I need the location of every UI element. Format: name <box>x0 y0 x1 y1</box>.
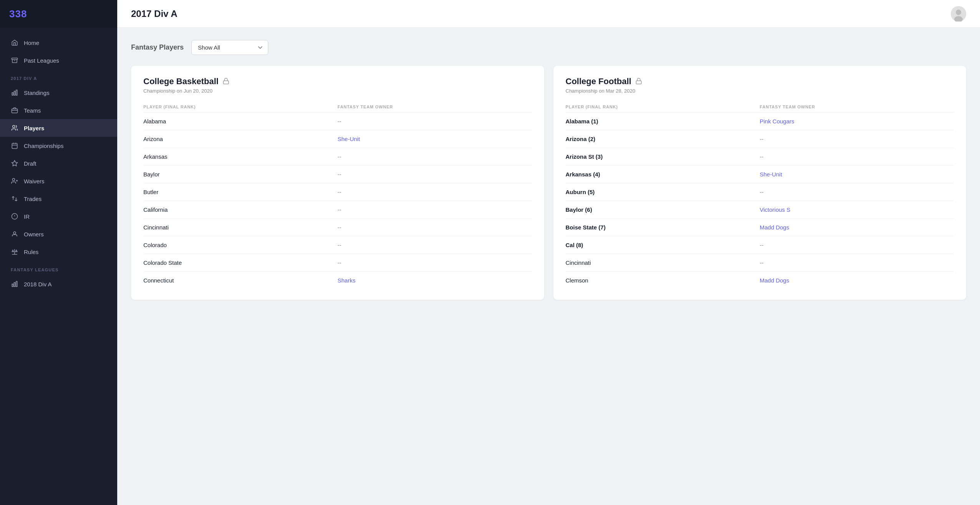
topbar: 2017 Div A <box>117 0 980 28</box>
player-name: California <box>143 206 337 213</box>
sidebar: 338 Home Past Leagues 2017 DIV A Standin… <box>0 0 117 505</box>
show-all-select[interactable]: Show All Owned Available <box>191 40 268 55</box>
fantasy-owner: -- <box>337 259 532 266</box>
sidebar-section-2017: 2017 DIV A <box>0 69 117 84</box>
player-name: Arkansas (4) <box>566 171 760 178</box>
fantasy-owner: -- <box>337 171 532 178</box>
table-header-football: PLAYER (FINAL RANK) FANTASY TEAM OWNER <box>566 101 954 113</box>
sidebar-item-players[interactable]: Players <box>0 119 117 137</box>
sidebar-item-draft[interactable]: Draft <box>0 154 117 172</box>
player-name: Alabama <box>143 118 337 125</box>
bar-chart-icon <box>11 89 18 96</box>
fantasy-owner-linked[interactable]: She-Unit <box>760 171 954 178</box>
player-name: Arkansas <box>143 153 337 160</box>
fantasy-owner: -- <box>337 118 532 125</box>
col-owner-football: FANTASY TEAM OWNER <box>760 105 954 109</box>
sidebar-item-championships[interactable]: Championships <box>0 137 117 154</box>
sidebar-item-teams[interactable]: Teams <box>0 101 117 119</box>
player-name: Cincinnati <box>143 224 337 231</box>
svg-rect-21 <box>12 284 13 287</box>
sidebar-2018-div-a-label: 2018 Div A <box>24 281 52 287</box>
fantasy-owner-linked[interactable]: Victorious S <box>760 206 954 213</box>
fantasy-owner-linked[interactable]: Sharks <box>337 277 532 284</box>
fantasy-owner: -- <box>760 242 954 248</box>
user-plus-icon <box>11 177 18 185</box>
sidebar-home-label: Home <box>24 40 39 46</box>
fantasy-owner: -- <box>337 153 532 160</box>
sidebar-item-past-leagues[interactable]: Past Leagues <box>0 51 117 69</box>
player-name: Butler <box>143 189 337 195</box>
player-name: Clemson <box>566 277 760 284</box>
user-avatar[interactable] <box>951 6 966 22</box>
sidebar-item-2018-div-a[interactable]: 2018 Div A <box>0 275 117 293</box>
star-icon <box>11 159 18 167</box>
player-name: Baylor <box>143 171 337 178</box>
player-name: Arizona (2) <box>566 136 760 142</box>
table-body-basketball: Alabama-- ArizonaShe-Unit Arkansas-- Bay… <box>143 113 532 289</box>
sidebar-item-home[interactable]: Home <box>0 34 117 51</box>
svg-rect-3 <box>16 90 17 95</box>
sidebar-item-owners[interactable]: Owners <box>0 225 117 243</box>
table-row: Cincinnati-- <box>566 254 954 272</box>
sidebar-item-waivers[interactable]: Waivers <box>0 172 117 190</box>
svg-point-6 <box>13 125 15 128</box>
svg-rect-4 <box>12 109 18 113</box>
svg-rect-1 <box>12 93 13 95</box>
sidebar-ir-label: IR <box>24 213 30 220</box>
fantasy-owner-linked[interactable]: She-Unit <box>337 136 532 142</box>
sidebar-standings-label: Standings <box>24 90 50 96</box>
player-name: Auburn (5) <box>566 189 760 195</box>
filter-row: Fantasy Players Show All Owned Available <box>131 40 966 55</box>
player-name: Arizona <box>143 136 337 142</box>
sidebar-teams-label: Teams <box>24 107 41 114</box>
table-row: Baylor-- <box>143 166 532 183</box>
sidebar-waivers-label: Waivers <box>24 178 45 184</box>
page-title: 2017 Div A <box>131 8 178 19</box>
fantasy-owner: -- <box>337 224 532 231</box>
player-name: Baylor (6) <box>566 206 760 213</box>
player-name: Connecticut <box>143 277 337 284</box>
table-row: Arkansas (4)She-Unit <box>566 166 954 183</box>
svg-rect-23 <box>16 281 17 287</box>
table-row: ArizonaShe-Unit <box>143 130 532 148</box>
sidebar-trades-label: Trades <box>24 196 42 202</box>
fantasy-owner: -- <box>337 189 532 195</box>
table-row: Cincinnati-- <box>143 219 532 236</box>
card-title-row-basketball: College Basketball <box>143 76 532 86</box>
sidebar-draft-label: Draft <box>24 160 37 167</box>
svg-rect-7 <box>12 143 17 149</box>
lock-icon-basketball <box>223 78 230 85</box>
sidebar-item-standings[interactable]: Standings <box>0 84 117 101</box>
table-row: Butler-- <box>143 183 532 201</box>
svg-rect-0 <box>12 58 18 60</box>
logo-text: 338 <box>9 8 27 20</box>
card-title-football: College Football <box>566 76 631 86</box>
sidebar-item-rules[interactable]: Rules <box>0 243 117 261</box>
home-icon <box>11 39 18 47</box>
card-title-row-football: College Football <box>566 76 954 86</box>
table-row: Colorado-- <box>143 236 532 254</box>
sidebar-past-leagues-label: Past Leagues <box>24 57 59 64</box>
fantasy-owner: -- <box>337 206 532 213</box>
col-player-basketball: PLAYER (FINAL RANK) <box>143 105 337 109</box>
content-area: Fantasy Players Show All Owned Available… <box>117 28 980 505</box>
table-row: ConnecticutSharks <box>143 272 532 289</box>
card-header-football: College Football Championship on Mar 28,… <box>566 76 954 94</box>
sidebar-item-ir[interactable]: IR <box>0 208 117 225</box>
sidebar-item-trades[interactable]: Trades <box>0 190 117 208</box>
player-name: Boise State (7) <box>566 224 760 231</box>
college-basketball-card: College Basketball Championship on Jun 2… <box>131 66 544 300</box>
fantasy-owner-linked[interactable]: Madd Dogs <box>760 277 954 284</box>
player-name: Colorado <box>143 242 337 248</box>
owners-icon <box>11 230 18 238</box>
table-row: Arizona (2)-- <box>566 130 954 148</box>
svg-point-12 <box>12 178 15 181</box>
fantasy-owner-linked[interactable]: Madd Dogs <box>760 224 954 231</box>
arrows-icon <box>11 195 18 203</box>
table-row: Boise State (7)Madd Dogs <box>566 219 954 236</box>
player-name: Arizona St (3) <box>566 153 760 160</box>
col-player-football: PLAYER (FINAL RANK) <box>566 105 760 109</box>
sidebar-fantasy-section: FANTASY LEAGUES <box>0 261 117 275</box>
fantasy-owner-linked[interactable]: Pink Cougars <box>760 118 954 125</box>
table-header-basketball: PLAYER (FINAL RANK) FANTASY TEAM OWNER <box>143 101 532 113</box>
